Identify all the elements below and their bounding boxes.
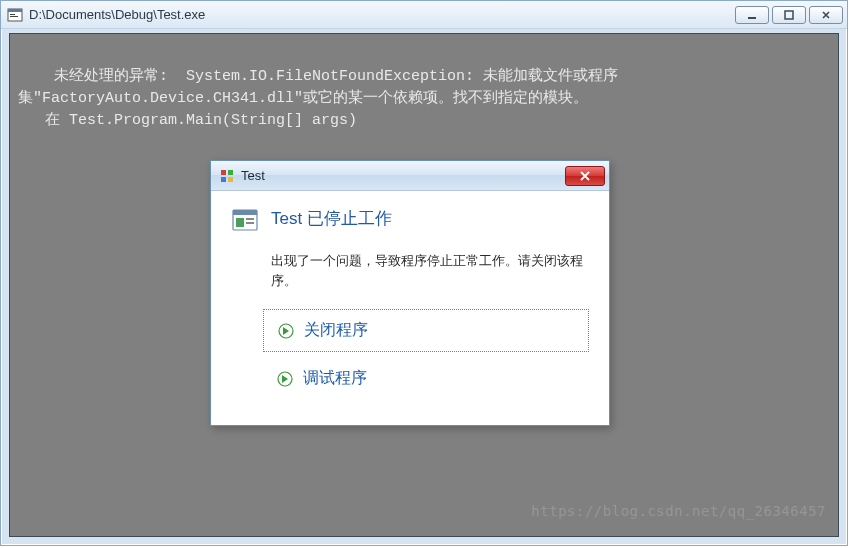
- svg-rect-3: [10, 16, 18, 17]
- dialog-close-button[interactable]: [565, 166, 605, 186]
- arrow-right-icon: [278, 323, 294, 339]
- svg-rect-7: [228, 170, 233, 175]
- dialog-titlebar: Test: [211, 161, 609, 191]
- minimize-button[interactable]: [735, 6, 769, 24]
- arrow-right-icon: [277, 371, 293, 387]
- svg-rect-9: [228, 177, 233, 182]
- watermark-text: https://blog.csdn.net/qq_26346457: [531, 500, 826, 522]
- console-titlebar: D:\Documents\Debug\Test.exe: [1, 1, 847, 29]
- dialog-heading: Test 已停止工作: [271, 207, 392, 230]
- svg-rect-8: [221, 177, 226, 182]
- svg-rect-13: [246, 218, 254, 220]
- dialog-headline: Test 已停止工作: [231, 205, 589, 235]
- svg-rect-5: [785, 11, 793, 19]
- error-dialog: Test Test 已停止工作 出现了一个问题，导致程序停止正常工作。请关闭该程…: [210, 160, 610, 426]
- program-icon: [231, 207, 259, 235]
- window-buttons: [735, 6, 843, 24]
- svg-rect-11: [233, 210, 257, 215]
- svg-rect-6: [221, 170, 226, 175]
- close-program-action[interactable]: 关闭程序: [263, 309, 589, 352]
- svg-rect-4: [748, 17, 756, 19]
- dialog-app-icon: [219, 168, 235, 184]
- close-program-label: 关闭程序: [304, 320, 368, 341]
- console-text: 未经处理的异常: System.IO.FileNotFoundException…: [18, 68, 618, 129]
- svg-rect-2: [10, 14, 15, 15]
- console-app-icon: [7, 7, 23, 23]
- dialog-body: Test 已停止工作 出现了一个问题，导致程序停止正常工作。请关闭该程序。 关闭…: [211, 191, 609, 425]
- close-button[interactable]: [809, 6, 843, 24]
- svg-rect-14: [246, 222, 254, 224]
- dialog-message: 出现了一个问题，导致程序停止正常工作。请关闭该程序。: [271, 251, 589, 291]
- svg-rect-12: [236, 218, 244, 227]
- dialog-title: Test: [241, 168, 565, 183]
- svg-rect-1: [8, 9, 22, 12]
- maximize-button[interactable]: [772, 6, 806, 24]
- dialog-actions: 关闭程序 调试程序: [263, 309, 589, 393]
- console-title: D:\Documents\Debug\Test.exe: [29, 7, 735, 22]
- debug-program-action[interactable]: 调试程序: [263, 362, 589, 393]
- debug-program-label: 调试程序: [303, 368, 367, 389]
